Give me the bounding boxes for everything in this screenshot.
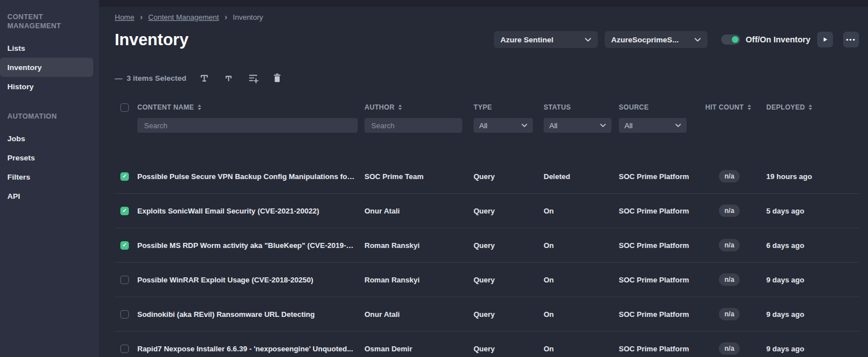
chevron-down-icon [675, 124, 681, 127]
deployed-cell: 19 hours ago [766, 172, 859, 181]
table-row[interactable]: Sodinokibi (aka REvil) Ransomware URL De… [115, 297, 859, 331]
select-all-checkbox[interactable] [120, 103, 129, 112]
main-content: Home › Content Management › Inventory In… [99, 7, 868, 357]
type-filter-select[interactable]: All [474, 118, 533, 133]
column-label: HIT COUNT [705, 103, 744, 111]
author-cell: Onur Atali [364, 207, 474, 215]
sidebar-item-label: Inventory [7, 63, 42, 72]
sidebar: CONTENT MANAGEMENT Lists Inventory Histo… [0, 0, 99, 357]
status-cell: On [544, 207, 619, 215]
source-cell: SOC Prime Platform [619, 172, 705, 181]
column-label: SOURCE [619, 103, 649, 111]
status-filter-select[interactable]: All [544, 118, 611, 133]
deployed-cell: 5 days ago [766, 207, 859, 215]
toggle-knob [732, 36, 739, 43]
row-checkbox[interactable] [120, 207, 129, 215]
content-name-cell: Exploits SonicWall Email Security (CVE-2… [137, 207, 364, 215]
sidebar-item-label: Jobs [7, 134, 25, 143]
letter-t-icon[interactable] [199, 73, 210, 84]
inventory-toggle-group: Off/On Inventory [721, 34, 810, 45]
hit-count-badge: n/a [719, 170, 740, 182]
sidebar-item-presets[interactable]: Presets [0, 148, 93, 167]
table-header-row: CONTENT NAME AUTHOR TYPE STATUS SOURCE H… [115, 99, 859, 115]
column-header-author[interactable]: AUTHOR [364, 103, 474, 111]
table-row[interactable]: Rapid7 Nexpose Installer 6.6.39 - 'nexpo… [115, 331, 859, 357]
hit-count-badge: n/a [719, 239, 740, 251]
trash-icon[interactable] [272, 73, 282, 83]
column-label: CONTENT NAME [137, 103, 194, 111]
column-header-status: STATUS [544, 103, 619, 111]
chevron-down-icon [689, 38, 701, 42]
type-cell: Query [474, 276, 544, 284]
breadcrumb-current: Inventory [233, 13, 263, 21]
sort-icon[interactable] [198, 105, 201, 110]
author-cell: Roman Ranskyi [364, 241, 474, 250]
column-label: DEPLOYED [766, 103, 805, 111]
row-checkbox[interactable] [120, 276, 129, 284]
chevron-down-icon [579, 38, 591, 42]
row-checkbox[interactable] [120, 345, 129, 353]
ellipsis-icon: ••• [846, 36, 856, 43]
column-header-deployed[interactable]: DEPLOYED [766, 103, 859, 111]
sidebar-item-lists[interactable]: Lists [0, 38, 93, 58]
sidebar-item-jobs[interactable]: Jobs [0, 129, 93, 148]
status-filter-value: All [549, 121, 557, 130]
table-row[interactable]: Possible Pulse Secure VPN Backup Config … [115, 159, 859, 193]
more-actions-button[interactable]: ••• [843, 32, 859, 47]
selected-count-label: 3 items Selected [127, 74, 186, 82]
letter-t-small-icon[interactable] [223, 73, 234, 84]
sidebar-item-label: Presets [7, 154, 35, 162]
breadcrumb-link-home[interactable]: Home [115, 13, 134, 21]
column-label: STATUS [544, 103, 571, 111]
row-checkbox[interactable] [120, 241, 129, 250]
chevron-down-icon [522, 124, 527, 127]
sidebar-item-history[interactable]: History [0, 77, 93, 96]
status-cell: On [544, 276, 619, 284]
run-button[interactable] [817, 32, 833, 47]
table-row[interactable]: Exploits SonicWall Email Security (CVE-2… [115, 193, 859, 228]
column-header-hit-count[interactable]: HIT COUNT [705, 103, 766, 111]
sidebar-item-filters[interactable]: Filters [0, 167, 93, 186]
page-title: Inventory [115, 28, 189, 51]
row-checkbox[interactable] [120, 172, 129, 181]
type-cell: Query [474, 207, 544, 215]
content-name-cell: Sodinokibi (aka REvil) Ransomware URL De… [137, 310, 364, 319]
row-checkbox[interactable] [120, 310, 129, 319]
content-name-search-input[interactable] [137, 118, 358, 133]
chevron-down-icon [600, 124, 606, 127]
sidebar-item-label: History [7, 82, 34, 91]
sort-icon[interactable] [809, 105, 812, 110]
status-cell: On [544, 345, 619, 353]
hit-count-badge: n/a [719, 273, 740, 286]
sort-icon[interactable] [398, 105, 402, 110]
content-name-cell: Possible Pulse Secure VPN Backup Config … [137, 172, 364, 181]
account-select-value: AzureSocprimeS... [611, 36, 679, 44]
sidebar-item-api[interactable]: API [0, 186, 93, 206]
table-body: Possible Pulse Secure VPN Backup Config … [115, 159, 859, 357]
author-search-input[interactable] [364, 118, 462, 133]
platform-select[interactable]: Azure Sentinel [494, 31, 598, 48]
column-label: AUTHOR [364, 103, 394, 111]
deployed-cell: 9 days ago [766, 310, 859, 319]
content-name-cell: Possible WinRAR Exploit Usage (CVE-2018-… [137, 276, 364, 284]
selected-count: — 3 items Selected [115, 74, 186, 82]
off-on-inventory-toggle[interactable] [721, 34, 740, 45]
add-to-list-icon[interactable] [248, 72, 259, 84]
table-row[interactable]: Possible MS RDP Worm activity aka "BlueK… [115, 228, 859, 262]
source-cell: SOC Prime Platform [619, 241, 705, 250]
column-header-content-name[interactable]: CONTENT NAME [137, 103, 364, 111]
account-select[interactable]: AzureSocprimeS... [605, 31, 708, 48]
deployed-cell: 6 days ago [766, 241, 859, 250]
sidebar-item-label: Lists [7, 44, 25, 53]
table-filter-row: All All All [115, 117, 859, 133]
source-cell: SOC Prime Platform [619, 345, 705, 353]
sidebar-item-inventory[interactable]: Inventory [0, 58, 93, 77]
play-icon [821, 36, 829, 43]
author-cell: Osman Demir [364, 345, 474, 353]
type-filter-value: All [479, 121, 487, 130]
sort-icon[interactable] [748, 105, 751, 110]
table-row[interactable]: Possible WinRAR Exploit Usage (CVE-2018-… [115, 262, 859, 297]
platform-select-value: Azure Sentinel [501, 36, 554, 44]
source-filter-select[interactable]: All [619, 118, 687, 133]
breadcrumb-link-content-management[interactable]: Content Management [148, 13, 219, 21]
